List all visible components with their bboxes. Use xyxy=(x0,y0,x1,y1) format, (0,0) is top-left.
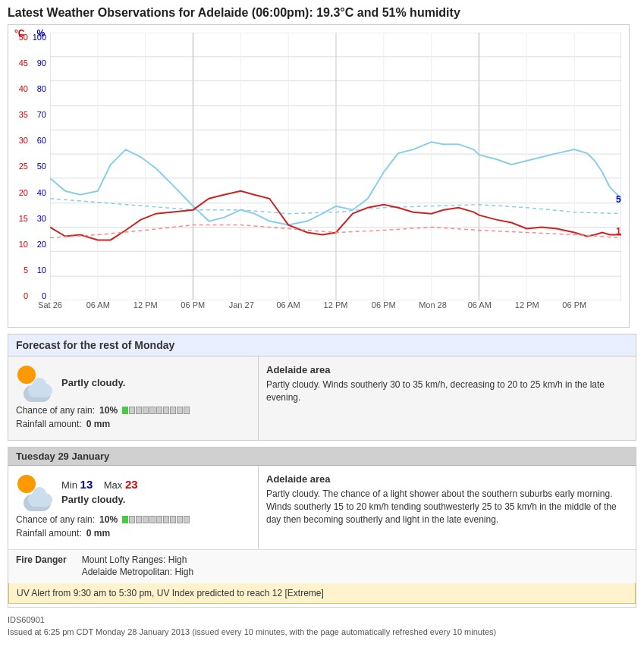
chance-rain-pct: 10% xyxy=(99,405,118,416)
svg-text:19.3°: 19.3° xyxy=(616,227,621,237)
weather-icon-today xyxy=(16,364,52,400)
uv-alert: UV Alert from 9:30 am to 5:30 pm, UV Ind… xyxy=(8,583,636,604)
fire-danger-val-2: Adelaide Metropolitan: High xyxy=(82,567,193,577)
x-label-12pm-2: 12 PM xyxy=(324,300,348,309)
x-label-sat26: Sat 26 xyxy=(38,300,62,309)
x-axis: Sat 26 06 AM 12 PM 06 PM Jan 27 06 AM 12… xyxy=(50,300,621,327)
tue-rain-seg-6 xyxy=(156,516,162,523)
chance-rain-label: Chance of any rain: xyxy=(16,405,95,416)
today-area-desc: Partly cloudy. Winds southerly 30 to 35 … xyxy=(266,378,628,404)
forecast-today-condition: Partly cloudy. xyxy=(61,377,125,388)
tuesday-right: Adelaide area Partly cloudy. The chance … xyxy=(259,466,636,549)
x-label-06pm-2: 06 PM xyxy=(372,300,396,309)
temp-axis: 50 45 40 35 30 25 20 15 10 5 0 xyxy=(8,33,31,300)
tue-rain-seg-5 xyxy=(149,516,156,523)
rain-seg-8 xyxy=(170,407,176,414)
tue-rainfall-val: 0 mm xyxy=(86,528,110,539)
rainfall-label: Rainfall amount: xyxy=(16,419,82,429)
page-title: Latest Weather Observations for Adelaide… xyxy=(8,6,636,20)
svg-text:51%: 51% xyxy=(616,194,621,205)
tue-rain-seg-1 xyxy=(122,516,128,523)
rain-seg-4 xyxy=(143,407,149,414)
tuesday-section: Tuesday 29 January Min 13 Max 23 xyxy=(8,447,636,608)
rain-seg-7 xyxy=(163,407,169,414)
tuesday-rain-row: Chance of any rain: 10% xyxy=(16,514,250,525)
tue-chance-rain-label: Chance of any rain: xyxy=(16,514,95,525)
tuesday-left: Min 13 Max 23 Partly cloudy. Chance of a… xyxy=(8,466,259,549)
forecast-today-icon-row: Partly cloudy. xyxy=(16,364,250,400)
tue-rain-seg-10 xyxy=(184,516,190,523)
chart-svg: 51% 19.3° xyxy=(50,33,621,300)
footer-id: IDS60901 xyxy=(8,614,636,626)
tue-rain-bar xyxy=(122,516,190,523)
x-label-12pm-1: 12 PM xyxy=(134,300,158,309)
forecast-today-rain-row: Chance of any rain: 10% xyxy=(16,405,250,416)
tue-chance-rain-pct: 10% xyxy=(99,514,118,525)
x-label-06am-1: 06 AM xyxy=(86,300,110,309)
max-val: 23 xyxy=(125,478,138,491)
x-label-06pm-1: 06 PM xyxy=(181,300,205,309)
tue-rainfall-label: Rainfall amount: xyxy=(16,528,82,539)
tue-rain-seg-2 xyxy=(129,516,135,523)
x-label-12pm-3: 12 PM xyxy=(515,300,539,309)
rain-seg-2 xyxy=(129,407,135,414)
x-label-06am-2: 06 AM xyxy=(276,300,300,309)
x-label-jan27: Jan 27 xyxy=(229,300,254,309)
tuesday-minmax-values: Min 13 Max 23 xyxy=(61,478,138,491)
rain-seg-3 xyxy=(136,407,142,414)
tue-rain-seg-8 xyxy=(170,516,176,523)
cloud-icon-tue xyxy=(28,493,52,507)
footer-issued: Issued at 6:25 pm CDT Monday 28 January … xyxy=(8,626,636,638)
x-label-06am-3: 06 AM xyxy=(468,300,492,309)
forecast-today-right: Adelaide area Partly cloudy. Winds south… xyxy=(259,356,636,440)
tuesday-body: Min 13 Max 23 Partly cloudy. Chance of a… xyxy=(8,466,636,549)
rain-seg-6 xyxy=(156,407,162,414)
tuesday-icon-row: Min 13 Max 23 Partly cloudy. xyxy=(16,473,250,510)
fire-danger-val-1: Mount Lofty Ranges: High xyxy=(82,554,193,565)
fire-danger-label: Fire Danger xyxy=(16,554,67,579)
main-container: Latest Weather Observations for Adelaide… xyxy=(0,0,644,644)
x-label-06pm-3: 06 PM xyxy=(562,300,586,309)
forecast-today-left: Partly cloudy. Chance of any rain: 10% xyxy=(8,356,259,440)
weather-chart: °C % 50 45 40 35 30 25 20 15 10 5 0 100 … xyxy=(8,24,630,328)
tue-area-desc: Partly cloudy. The chance of a light sho… xyxy=(266,488,628,526)
rain-seg-1 xyxy=(122,407,128,414)
tuesday-condition: Partly cloudy. xyxy=(61,494,138,505)
rain-bar xyxy=(122,407,190,414)
tuesday-minmax: Min 13 Max 23 Partly cloudy. xyxy=(61,478,138,505)
tue-rain-seg-3 xyxy=(136,516,142,523)
weather-icon-tuesday xyxy=(16,473,52,510)
tue-rain-seg-7 xyxy=(163,516,169,523)
cloud-icon xyxy=(28,384,52,397)
min-val: 13 xyxy=(80,478,93,491)
tue-rain-seg-4 xyxy=(143,516,149,523)
min-label: Min xyxy=(61,479,77,491)
forecast-today-header: Forecast for the rest of Monday xyxy=(8,334,636,356)
tue-rain-seg-9 xyxy=(177,516,183,523)
tuesday-rainfall-row: Rainfall amount: 0 mm xyxy=(16,528,250,539)
forecast-today-rainfall-row: Rainfall amount: 0 mm xyxy=(16,419,250,429)
hum-axis: 100 90 80 70 60 50 40 30 20 10 0 xyxy=(31,33,48,300)
fire-danger-values: Mount Lofty Ranges: High Adelaide Metrop… xyxy=(82,554,193,579)
today-area-label: Adelaide area xyxy=(266,364,628,375)
rain-seg-5 xyxy=(149,407,156,414)
rain-seg-9 xyxy=(177,407,183,414)
forecast-today-body: Partly cloudy. Chance of any rain: 10% xyxy=(8,356,636,440)
x-label-mon28: Mon 28 xyxy=(419,300,447,309)
rainfall-val: 0 mm xyxy=(86,419,110,429)
forecast-today-section: Forecast for the rest of Monday Partly c… xyxy=(8,334,636,441)
fire-danger-section: Fire Danger Mount Lofty Ranges: High Ade… xyxy=(8,549,636,583)
tue-area-label: Adelaide area xyxy=(266,473,628,485)
tuesday-header: Tuesday 29 January xyxy=(8,448,636,466)
rain-seg-10 xyxy=(184,407,190,414)
max-label: Max xyxy=(104,479,123,491)
